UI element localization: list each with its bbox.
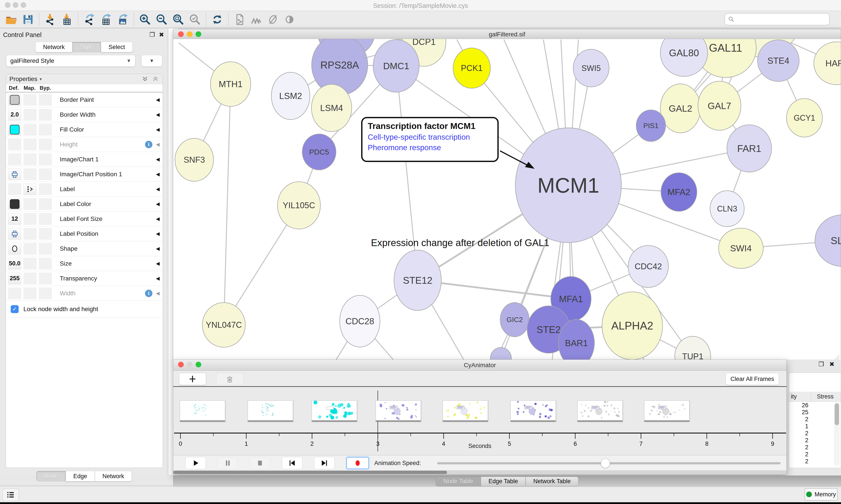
table-cell[interactable]: 2 — [789, 430, 808, 437]
network-node-lsm4[interactable]: LSM4 — [311, 84, 352, 131]
network-node-pis1[interactable]: PIS1 — [636, 110, 666, 141]
frame-thumbnail-4[interactable] — [443, 400, 488, 422]
frame-thumbnail-2[interactable] — [312, 400, 357, 422]
network-node-swi4[interactable]: SWI4 — [719, 228, 763, 268]
default-value-cell[interactable] — [8, 198, 21, 210]
zoom-out-button[interactable] — [153, 12, 170, 27]
table-cell[interactable]: 2 — [789, 451, 808, 458]
show-graphics-details-button[interactable] — [281, 12, 298, 27]
mapping-cell[interactable] — [23, 154, 37, 165]
mapping-cell[interactable] — [23, 198, 37, 210]
mapping-cell[interactable] — [23, 228, 37, 240]
property-row[interactable]: Fill Color◀ — [6, 122, 163, 137]
export-image-button[interactable] — [114, 12, 131, 27]
expand-row-icon[interactable]: ◀ — [156, 97, 160, 103]
expand-row-icon[interactable]: ◀ — [156, 276, 160, 281]
frames-timeline[interactable]: 0123456789 Seconds — [173, 388, 786, 455]
network-node-yil105c[interactable]: YIL105C — [278, 182, 320, 229]
panel-menu-button[interactable] — [3, 489, 19, 501]
mapping-cell[interactable] — [23, 213, 37, 225]
property-row[interactable]: 50.0Size◀ — [6, 256, 163, 271]
mapping-cell[interactable] — [23, 183, 37, 195]
timeline-hscrollbar[interactable] — [173, 470, 786, 474]
property-row[interactable]: 12Label Font Size◀ — [6, 212, 163, 227]
expand-row-icon[interactable]: ◀ — [156, 261, 160, 267]
import-network-button[interactable] — [42, 12, 59, 27]
expand-row-icon[interactable]: ◀ — [156, 186, 160, 192]
memory-button[interactable]: Memory — [805, 488, 838, 501]
property-row[interactable]: Label Position◀ — [6, 227, 163, 241]
frame-thumbnail-5[interactable] — [511, 400, 556, 422]
network-node-ynl047c[interactable]: YNL047C — [202, 303, 245, 347]
properties-header[interactable]: Properties ▾ — [6, 74, 163, 84]
bypass-cell[interactable] — [39, 154, 52, 165]
bypass-cell[interactable] — [39, 198, 52, 210]
table-scrollbar[interactable] — [834, 402, 840, 466]
mapping-cell[interactable] — [23, 109, 37, 121]
network-node-gal80[interactable]: GAL80 — [660, 39, 708, 76]
bypass-cell[interactable] — [39, 139, 52, 150]
frame-thumbnail-0[interactable] — [180, 400, 225, 422]
mapping-cell[interactable] — [23, 124, 37, 136]
delete-frame-button[interactable] — [216, 373, 243, 385]
frame-thumbnail-6[interactable] — [577, 400, 623, 422]
add-frame-button[interactable] — [179, 373, 206, 385]
hide-graphics-details-button[interactable] — [265, 12, 281, 27]
network-node-gal7[interactable]: GAL7 — [698, 81, 741, 130]
bypass-cell[interactable] — [39, 94, 52, 106]
table-column-1[interactable]: Stress — [811, 392, 839, 401]
network-node-bar1[interactable]: BAR1 — [558, 320, 594, 362]
bypass-cell[interactable] — [39, 168, 52, 180]
table-cell[interactable]: 26 — [789, 402, 808, 409]
default-value-cell[interactable] — [8, 228, 21, 240]
tab-style[interactable]: Style — [72, 42, 101, 52]
table-cell[interactable]: 2 — [789, 437, 808, 444]
timeline-hscrollbar-thumb[interactable] — [173, 471, 447, 474]
play-button[interactable] — [185, 457, 206, 469]
default-value-cell[interactable] — [8, 94, 21, 106]
expand-row-icon[interactable]: ◀ — [156, 201, 160, 207]
info-icon[interactable]: i — [145, 290, 153, 297]
mapping-cell[interactable] — [23, 287, 37, 299]
network-node-gal2[interactable]: GAL2 — [660, 84, 701, 133]
default-value-cell[interactable] — [8, 139, 21, 150]
expand-row-icon[interactable]: ◀ — [156, 172, 160, 177]
network-node-pdc5[interactable]: PDC5 — [302, 134, 336, 170]
default-value-cell[interactable]: 2.0 — [8, 109, 21, 121]
network-node-hap2[interactable]: HAP2 — [814, 42, 841, 85]
table-cell[interactable]: 2 — [789, 416, 808, 423]
property-row[interactable]: Heighti◀ — [6, 137, 163, 152]
default-value-cell[interactable]: 255 — [8, 273, 21, 284]
export-network-button[interactable] — [81, 12, 98, 27]
network-node-swi5[interactable]: SWI5 — [573, 49, 609, 87]
panel-float-icon[interactable]: ❐ — [149, 32, 155, 38]
pause-button[interactable] — [217, 457, 238, 469]
bypass-cell[interactable] — [39, 258, 52, 270]
skip-start-button[interactable] — [282, 457, 302, 469]
bypass-cell[interactable] — [39, 228, 52, 240]
property-row[interactable]: 255Transparency◀ — [6, 271, 163, 286]
bypass-cell[interactable] — [39, 213, 52, 225]
table-column-0[interactable]: ity — [789, 392, 811, 401]
table-float-icon[interactable]: ❐ — [819, 361, 824, 367]
bypass-cell[interactable] — [39, 273, 52, 284]
clear-all-frames-button[interactable]: Clear All Frames — [726, 373, 779, 385]
network-node-snf3[interactable]: SNF3 — [175, 138, 214, 181]
mapping-cell[interactable] — [23, 139, 37, 150]
network-node-mfa2[interactable]: MFA2 — [661, 173, 697, 211]
tab-edge-table[interactable]: Edge Table — [481, 476, 526, 486]
network-node-far1[interactable]: FAR1 — [727, 125, 772, 172]
zoom-in-button[interactable] — [137, 12, 153, 27]
default-value-cell[interactable] — [8, 124, 21, 136]
tab-select[interactable]: Select — [101, 42, 133, 52]
network-edge[interactable] — [224, 84, 231, 325]
footer-tab-network[interactable]: Network — [95, 471, 132, 482]
style-selector[interactable]: galFiltered Style ▼ — [6, 55, 135, 67]
network-node-cdc42[interactable]: CDC42 — [628, 246, 668, 287]
save-session-button[interactable] — [20, 12, 36, 27]
default-value-cell[interactable]: 12 — [8, 213, 21, 225]
annotation-link[interactable]: Pheromone response — [368, 143, 492, 152]
default-value-cell[interactable] — [8, 154, 21, 165]
expand-row-icon[interactable]: ◀ — [156, 216, 160, 222]
default-value-cell[interactable] — [8, 168, 21, 180]
